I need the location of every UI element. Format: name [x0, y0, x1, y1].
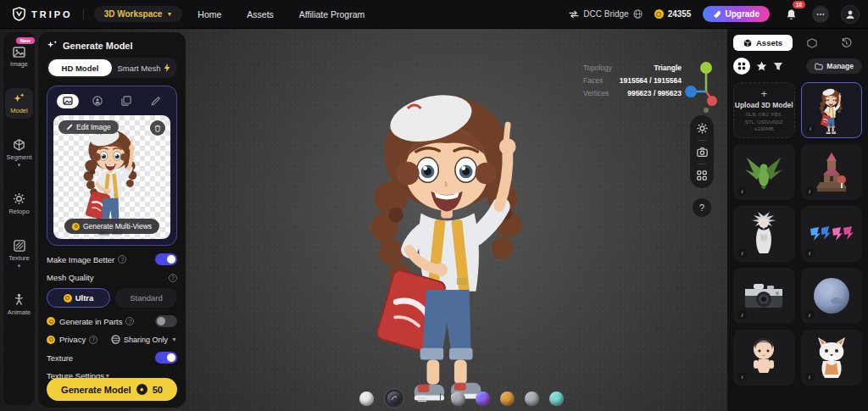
info-icon[interactable]: i	[805, 310, 815, 319]
tab-assets[interactable]: Assets	[733, 35, 793, 51]
material-purple-sphere[interactable]	[476, 392, 490, 406]
asset-graffiti-logo[interactable]: i	[801, 206, 863, 262]
animate-person-icon	[14, 293, 25, 306]
nav-link-affiliate[interactable]: Affiliate Program	[299, 9, 364, 19]
tab-text-input[interactable]	[145, 94, 167, 108]
filter-funnel-button[interactable]	[773, 62, 783, 71]
material-white-sphere[interactable]	[359, 392, 374, 406]
toolbar-divider	[698, 140, 706, 141]
credits-balance[interactable]: 24355	[654, 9, 692, 19]
nav-link-home[interactable]: Home	[198, 9, 221, 19]
grid-view-icon[interactable]	[697, 170, 707, 181]
folder-icon	[815, 63, 823, 70]
delete-image-button[interactable]	[150, 120, 165, 136]
upload-3d-model-cell[interactable]: + Upload 3D Model GLB, OBJ, FBX, STL, US…	[733, 82, 795, 138]
character-model[interactable]	[359, 71, 542, 408]
notifications-button[interactable]: 10	[782, 5, 800, 24]
make-image-better-toggle[interactable]	[155, 253, 177, 265]
generate-in-parts-toggle[interactable]	[155, 315, 177, 327]
texture-label: Texture	[47, 353, 73, 363]
coin-icon	[47, 336, 55, 344]
grid-view-button[interactable]	[733, 58, 750, 75]
tab-character-input[interactable]	[86, 94, 108, 108]
tab-community[interactable]	[796, 38, 827, 48]
orientation-gizmo[interactable]	[683, 59, 724, 117]
material-clay-sphere-selected[interactable]	[384, 388, 404, 408]
sidebar-item-segment[interactable]: Segment ▼	[5, 135, 33, 172]
tab-multiview-input[interactable]	[115, 94, 137, 108]
material-silver-sphere[interactable]	[525, 392, 539, 406]
quality-standard-button[interactable]: Standard	[115, 288, 177, 308]
info-icon[interactable]: i	[805, 372, 815, 381]
support-button[interactable]	[812, 6, 829, 23]
material-orange-sphere[interactable]	[500, 392, 515, 406]
asset-planet-sphere[interactable]: i	[801, 268, 863, 324]
sidebar-item-image[interactable]: New Image	[5, 42, 33, 72]
asset-white-figure[interactable]: i	[733, 206, 795, 262]
info-icon[interactable]: i	[737, 372, 747, 381]
asset-girl-character[interactable]: i	[801, 82, 863, 138]
toolbar-divider	[698, 164, 706, 164]
assets-controls: Manage	[733, 58, 862, 75]
texture-toggle[interactable]	[155, 352, 177, 364]
user-avatar[interactable]	[841, 5, 860, 24]
manage-button[interactable]: Manage	[806, 58, 862, 74]
upload-title: Upload 3D Model	[735, 101, 793, 110]
favorites-filter-button[interactable]	[756, 61, 767, 71]
tab-history[interactable]	[831, 37, 862, 48]
info-icon[interactable]: ?	[118, 255, 126, 264]
box-icon	[743, 39, 752, 47]
material-list-icon[interactable]	[415, 391, 430, 406]
chevron-down-icon: ▼	[171, 336, 177, 342]
tab-hd-model[interactable]: HD Model	[48, 59, 112, 76]
dcc-bridge-button[interactable]: DCC Bridge	[569, 9, 642, 19]
info-icon[interactable]: i	[805, 186, 815, 196]
quality-options: Ultra Standard	[47, 288, 177, 308]
workspace-dropdown[interactable]: 3D Workspace▼	[94, 6, 183, 22]
privacy-dropdown[interactable]: Sharing Only ▼	[111, 335, 177, 344]
asset-green-dragon[interactable]: i	[733, 144, 795, 200]
info-icon[interactable]: ?	[169, 274, 177, 282]
divider	[83, 8, 84, 20]
tripo-logo[interactable]: TRIPO	[12, 7, 73, 21]
asset-white-fox[interactable]: i	[801, 330, 863, 386]
generate-cost: 50	[153, 385, 163, 395]
material-grey-sphere[interactable]	[451, 392, 465, 406]
sidebar-item-texture[interactable]: Texture ▼	[5, 236, 33, 273]
generate-in-parts-label: Generate in Parts	[59, 317, 122, 326]
info-icon[interactable]: i	[737, 310, 747, 319]
make-image-better-row: Make Image Better ?	[47, 253, 177, 265]
info-icon[interactable]: i	[806, 124, 815, 133]
help-button[interactable]: ?	[693, 198, 711, 217]
material-cyan-sphere[interactable]	[549, 392, 564, 406]
asset-black-hair-doll[interactable]: i	[733, 330, 795, 386]
upgrade-button[interactable]: Upgrade	[703, 6, 770, 22]
sidebar-item-retopo[interactable]: Retopo	[5, 188, 33, 219]
info-icon[interactable]: ?	[89, 336, 97, 344]
person-circle-icon	[92, 96, 103, 106]
quality-ultra-button[interactable]: Ultra	[47, 288, 110, 308]
doll-thumbnail	[748, 336, 779, 380]
tab-smart-mesh[interactable]: Smart Mesh	[112, 59, 175, 76]
tab-image-input[interactable]	[57, 94, 79, 108]
info-icon[interactable]: ?	[125, 317, 134, 325]
castle-thumbnail	[813, 151, 850, 193]
vertices-value: 995623 / 995623	[627, 89, 682, 97]
sidebar-item-model[interactable]: Model	[5, 88, 33, 119]
asset-fantasy-castle[interactable]: i	[801, 144, 863, 200]
generate-model-button[interactable]: Generate Model ● 50	[47, 378, 177, 401]
viewport-settings-icon[interactable]	[697, 123, 708, 134]
edit-image-button[interactable]: Edit Image	[58, 120, 119, 134]
assets-panel: Assets Manage + Upload 3D Model GLB, OBJ…	[727, 29, 868, 411]
sidebar-item-animate[interactable]: Animate	[5, 289, 33, 320]
lightning-icon	[164, 64, 170, 72]
screenshot-camera-icon[interactable]	[697, 147, 708, 158]
girl-thumbnail	[818, 86, 845, 135]
asset-vintage-camera[interactable]: i	[733, 268, 795, 324]
coin-icon	[654, 9, 664, 19]
info-icon[interactable]: i	[737, 186, 747, 196]
generate-multiviews-button[interactable]: Generate Multi-Views	[64, 219, 159, 234]
info-icon[interactable]: i	[737, 248, 747, 258]
info-icon[interactable]: i	[805, 248, 815, 258]
nav-link-assets[interactable]: Assets	[247, 9, 274, 19]
